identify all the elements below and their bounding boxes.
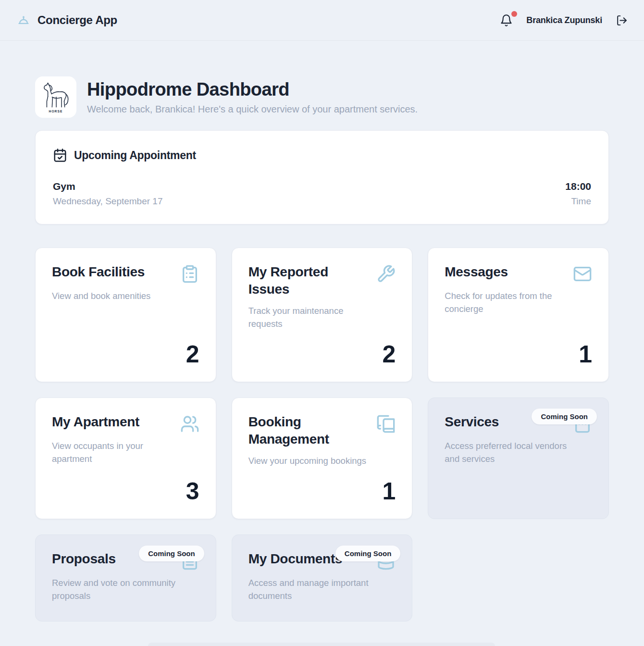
dashboard-card-proposals: Proposals Review and vote on community p…: [35, 534, 216, 621]
calendar-check-icon: [53, 148, 67, 162]
page-title: Hippodrome Dashboard: [87, 79, 418, 100]
card-description: Access preferred local vendors and servi…: [445, 439, 575, 466]
upcoming-appointment-card: Upcoming Appointment Gym Wednesday, Sept…: [35, 130, 609, 224]
horse-logo: HORSE: [35, 76, 76, 118]
card-description: Review and vote on community proposals: [52, 576, 183, 603]
card-description: Access and manage important documents: [248, 576, 379, 603]
card-count: 1: [383, 479, 396, 503]
app-title: Concierge App: [37, 13, 117, 27]
bell-icon: [500, 14, 513, 27]
card-title: My Documents: [248, 550, 343, 568]
users-icon: [180, 414, 199, 434]
log-out-icon: [616, 14, 628, 26]
horse-logo-image: HORSE: [40, 80, 72, 114]
notifications-button[interactable]: [500, 14, 513, 27]
card-count: 2: [383, 342, 396, 366]
card-count: 2: [186, 342, 199, 366]
dashboard-card-grid: Book Facilities View and book amenities …: [35, 248, 609, 621]
card-title: Book Facilities: [52, 263, 145, 281]
dashboard-card-booking-management[interactable]: Booking Management View your upcoming bo…: [232, 398, 413, 519]
card-title: Booking Management: [248, 413, 354, 448]
appointment-date: Wednesday, September 17: [53, 196, 163, 207]
user-name: Brankica Zupunski: [526, 15, 602, 25]
svg-text:HORSE: HORSE: [49, 110, 63, 113]
footer-strip: [148, 643, 495, 646]
card-count: 3: [186, 479, 199, 503]
card-title: My Apartment: [52, 413, 139, 431]
coming-soon-badge: Coming Soon: [532, 409, 597, 424]
book-copy-icon: [376, 414, 396, 434]
top-navbar: Concierge App Brankica Zupunski: [0, 0, 644, 41]
logout-button[interactable]: [616, 14, 628, 26]
dashboard-card-my-apartment[interactable]: My Apartment View occupants in your apar…: [35, 398, 216, 519]
card-title: Messages: [445, 263, 508, 281]
page-header: HORSE Hippodrome Dashboard Welcome back,…: [35, 76, 609, 118]
dashboard-card-services: Services Access preferred local vendors …: [428, 398, 609, 519]
wrench-icon: [376, 264, 396, 284]
card-title: Services: [445, 413, 499, 431]
dashboard-card-messages[interactable]: Messages Check for updates from the conc…: [428, 248, 609, 382]
concierge-bell-icon: [16, 13, 31, 27]
card-description: Check for updates from the concierge: [445, 289, 575, 316]
card-description: View and book amenities: [52, 289, 183, 302]
dashboard-card-book-facilities[interactable]: Book Facilities View and book amenities …: [35, 248, 216, 382]
card-title: My Reported Issues: [248, 263, 354, 298]
card-title: Proposals: [52, 550, 116, 568]
brand: Concierge App: [16, 13, 117, 27]
appointment-time-label: Time: [565, 196, 591, 207]
clipboard-list-icon: [180, 264, 199, 284]
card-description: Track your maintenance requests: [248, 304, 379, 331]
coming-soon-badge: Coming Soon: [139, 546, 204, 561]
card-description: View your upcoming bookings: [248, 454, 379, 467]
dashboard-card-my-reported-issues[interactable]: My Reported Issues Track your maintenanc…: [232, 248, 413, 382]
card-description: View occupants in your apartment: [52, 439, 183, 466]
appointment-time-value: 18:00: [565, 181, 591, 192]
appointment-name: Gym: [53, 181, 163, 192]
coming-soon-badge: Coming Soon: [335, 546, 401, 561]
dashboard-card-my-documents: My Documents Access and manage important…: [232, 534, 413, 621]
mail-icon: [573, 264, 592, 284]
card-count: 1: [579, 342, 592, 366]
appointment-title: Upcoming Appointment: [74, 149, 196, 162]
page-subtitle: Welcome back, Brankica! Here's a quick o…: [87, 104, 418, 115]
notification-dot: [511, 11, 517, 17]
